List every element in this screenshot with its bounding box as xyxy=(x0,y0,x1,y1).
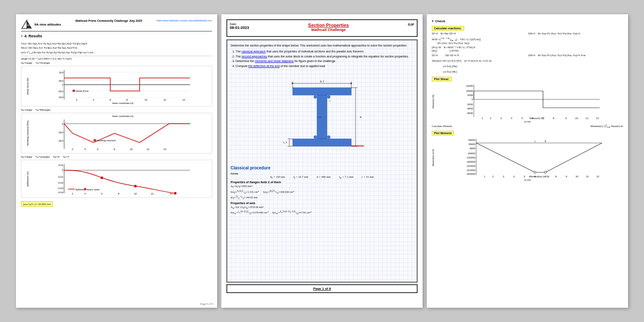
star-marker-3: * xyxy=(432,20,434,24)
chart1-section: shear force (N) 1E4 5E3 0 -5E3 xyxy=(21,66,212,106)
svg-text:0: 0 xyxy=(62,83,64,86)
ixx-f: Ixxf:=bf·(tf)³/12=1.531 cm⁴ xyxy=(231,190,259,194)
svg-text:-0.03: -0.03 xyxy=(57,187,63,190)
given-tf: tf = 10.7 mm xyxy=(293,175,308,179)
plot-moment-label: Plot Moment xyxy=(432,131,454,135)
reaction-m0: ΣM=0 R₀·Xr₁+F₀·(Xr₁−X₀)+F₁·(Xr₁−X₂)=0 xyxy=(528,32,623,35)
plot-shear-label: Plot Shear: xyxy=(432,77,452,81)
ibeam-container: b_f d r t_w t_f xyxy=(231,71,413,163)
svg-text:beam node: beam node xyxy=(87,188,100,191)
svg-text:bending moment: bending moment xyxy=(97,139,116,142)
svg-text:14: 14 xyxy=(182,99,185,101)
svg-text:6: 6 xyxy=(109,99,111,101)
svg-text:4: 4 xyxy=(84,148,86,151)
svg-rect-66 xyxy=(327,135,330,139)
step-1: The classical approach that uses the pro… xyxy=(236,49,413,54)
svg-text:0: 0 xyxy=(62,169,64,171)
header-link: https://www.9altitudes.com/jan.claeyn@9a… xyxy=(157,19,212,22)
iyy-f: Iyyf:=(bf)³·tf/12=300.938 cm⁴ xyxy=(263,190,294,194)
svg-text:1E4: 1E4 xyxy=(59,71,63,74)
pages-container: 9A nine altitudes Mathcad Prime Communit… xyxy=(8,14,636,308)
svg-text:0: 0 xyxy=(62,123,64,125)
shear-chart-svg: 15000 10000 5000 0 -2000 -4000 -6000 1 2… xyxy=(442,83,623,120)
web-formula-row: Ixxw:=tw·(d−2·tf)³/12=1279.442 cm⁴ Iyyw:… xyxy=(231,210,413,215)
formula-line-1: V(z):=(R₀·f₁(z,X₀)−F₁·f₁(z,X₁)+R₁·f₁(z,X… xyxy=(21,42,212,45)
svg-text:9: 9 xyxy=(566,175,568,178)
dc-f: dcf:=d/2−tf/2=144.65 mm xyxy=(231,195,413,200)
svg-text:Shear(zz) (N): Shear(zz) (N) xyxy=(529,117,544,119)
logo-name: 9A nine altitudes xyxy=(34,23,61,26)
web-formula-1: Aw:=(d−2·tf)·tw=1978.06 mm² xyxy=(231,205,413,209)
moment-chart-svg: 65000 45000 -9000 -90000 -135000 -180000… xyxy=(443,137,623,179)
svg-point-55 xyxy=(174,192,177,195)
result-text: yₘᵢₙ:=y(Yₓ)=−33.933 mm xyxy=(21,201,53,207)
svg-point-58 xyxy=(84,188,86,190)
step-4: Compute the deflection at the end of the… xyxy=(236,64,413,68)
header-center: Mathcad Prime Community Challenge July 2… xyxy=(75,19,142,22)
svg-text:8: 8 xyxy=(114,148,115,151)
svg-text:t_w: t_w xyxy=(317,116,321,118)
svg-text:-0.01: -0.01 xyxy=(57,176,63,178)
svg-text:shear force: shear force xyxy=(76,90,89,92)
page1-num: Page 5 of 5 xyxy=(200,303,213,305)
given-bf: bf = 150 mm xyxy=(270,175,285,179)
logo-text-block: 9A nine altitudes xyxy=(34,23,61,26)
svg-text:2: 2 xyxy=(72,148,73,151)
page1-header: 9A nine altitudes Mathcad Prime Communit… xyxy=(21,19,212,31)
svg-text:10: 10 xyxy=(575,117,578,119)
svg-text:11: 11 xyxy=(586,175,589,178)
svg-text:12: 12 xyxy=(597,175,600,178)
svg-text:8: 8 xyxy=(556,175,557,178)
section-props-title: Section Properties xyxy=(308,23,349,28)
given-label: Given xyxy=(231,172,238,175)
svg-text:12: 12 xyxy=(164,99,166,101)
date-value: 08-01-2023 xyxy=(230,26,249,30)
page2-title-row: Date: 08-01-2023 Section Properties Math… xyxy=(230,23,414,32)
svg-text:10: 10 xyxy=(130,148,133,151)
svg-text:12: 12 xyxy=(151,192,154,195)
svg-text:12: 12 xyxy=(147,148,150,151)
properties-flanges-title: Properties of flanges Note 2 of them xyxy=(231,181,413,184)
check-sf: ΣF=0 ΣR+ΣF=0 N xyxy=(432,54,527,57)
shear-y-label: Shear(zz) (N) xyxy=(432,83,442,120)
svg-marker-1 xyxy=(27,20,32,29)
range-line: range:=0,10⁻³..Lₒ=1.0001 i:=1,2..dim Yᵢ:… xyxy=(21,56,212,60)
svg-text:65000: 65000 xyxy=(469,139,476,141)
svg-rect-36 xyxy=(93,139,96,141)
svg-rect-64 xyxy=(327,95,330,99)
moment-integral: Moment(z):=∫z0 m Shear(s) ds xyxy=(590,124,623,128)
page2-footer: Page 1 of 8 xyxy=(226,284,418,293)
page2-content: Determine the section properties of the … xyxy=(226,39,418,283)
svg-point-128 xyxy=(534,171,536,173)
svg-text:-315000: -315000 xyxy=(466,169,476,171)
svg-text:-2000: -2000 xyxy=(466,103,473,106)
svg-text:2: 2 xyxy=(72,192,73,195)
calc-reactions-label: Calculate reactions: xyxy=(432,26,464,31)
svg-text:15000: 15000 xyxy=(466,85,473,87)
step-2: The second approaches that uses the solv… xyxy=(236,55,413,59)
chart2-svg: 0 -2E4 -4E4 2 4 6 8 10 12 14 bending mom… xyxy=(36,117,210,151)
formula-line-3: y(z):=(1⁄E·I)·(R₀·f₄(z,X₀)−F₁·f₄(z,X₁)+R… xyxy=(21,50,212,55)
title-section: Section Properties Mathcad Challenge xyxy=(308,23,349,32)
svg-rect-60 xyxy=(293,88,351,95)
svg-text:10: 10 xyxy=(145,99,148,101)
header-title: Mathcad Prime Community Challenge July 2… xyxy=(75,19,142,22)
svg-text:t_f: t_f xyxy=(283,141,287,144)
page-3: * Check Calculate reactions: ΣF=0 R₀+R₁+… xyxy=(427,14,628,308)
ibeam-svg: b_f d r t_w t_f xyxy=(280,75,364,159)
intro-text: Determine the section properties of the … xyxy=(231,44,413,68)
svg-text:4: 4 xyxy=(511,117,512,119)
page2-header: Date: 08-01-2023 Section Properties Math… xyxy=(226,19,418,37)
chart3-svg: 0.01 0 -0.01 -0.02 -0.03 -0.04 2 4 6 8 1… xyxy=(36,162,210,195)
svg-text:8: 8 xyxy=(118,192,119,195)
svg-text:-0.02: -0.02 xyxy=(57,182,63,184)
calc-moment-text: Calculate Moment xyxy=(432,125,452,127)
moment-y-label: Moment(zz) (m·N) xyxy=(432,137,443,179)
svg-rect-65 xyxy=(314,135,317,139)
svg-text:d: d xyxy=(360,116,361,118)
svg-text:-1E4: -1E4 xyxy=(58,96,63,99)
properties-web-title: Properties of web xyxy=(231,202,413,205)
reaction-f0: ΣF=0 R₀+R₁+ΣF=0 xyxy=(432,32,527,35)
moment-x-label: zz (m) xyxy=(432,179,623,181)
given-section: Given bf = 150 mm tf = 10.7 mm d = 300 m… xyxy=(231,172,413,179)
